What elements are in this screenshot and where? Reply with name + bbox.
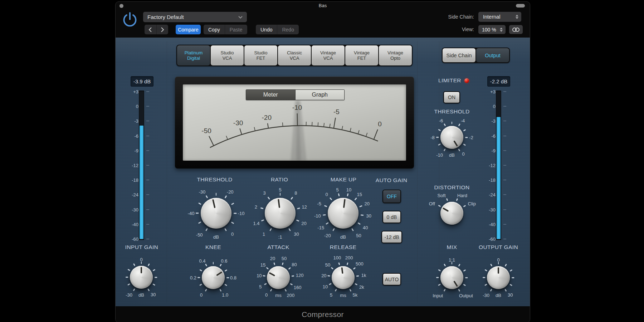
copy-button[interactable]: Copy (204, 25, 225, 34)
view-zoom-stepper[interactable]: 100 % (478, 25, 506, 34)
meter-scale-label: -6 (480, 133, 496, 138)
auto-gain-minus12db-button[interactable]: -12 dB (381, 231, 402, 243)
model-button-vintage-fet[interactable]: VintageFET (345, 45, 378, 65)
vu-meter-panel: -50-30-20-10-50 MeterGraph (175, 77, 414, 169)
meter-scale-label: -40 (480, 221, 496, 227)
meter-tick (146, 194, 149, 195)
limiter-on-button[interactable]: ON (443, 91, 460, 103)
previous-preset-button[interactable] (145, 25, 157, 34)
svg-text:-30: -30 (233, 119, 243, 127)
preset-value: Factory Default (147, 14, 184, 20)
svg-text:-10: -10 (292, 104, 302, 111)
meter-tick (146, 209, 149, 210)
vu-mode-tabs: MeterGraph (246, 89, 345, 100)
knob-pointer (418, 103, 487, 172)
input-gain-knob[interactable]: 0-3030dB (116, 252, 166, 302)
plugin-body: PlatinumDigitalStudioVCAStudioFETClassic… (116, 38, 530, 306)
model-button-vintage-opto[interactable]: VintageOpto (379, 45, 412, 65)
knob-pointer (116, 252, 166, 302)
title-bar: Bas (116, 2, 530, 9)
svg-text:-5: -5 (333, 108, 340, 116)
mix-knob[interactable]: 1:1InputOutput (427, 253, 477, 303)
auto-gain-title: AUTO GAIN (376, 177, 408, 184)
meter-tick (146, 106, 149, 107)
meter-tick (503, 91, 506, 92)
window-resize-handle[interactable] (516, 4, 525, 8)
meter-tick (503, 121, 506, 121)
next-preset-button[interactable] (157, 25, 169, 34)
stepper-icon (516, 15, 518, 19)
input-level-meter: +30-3-6-9-12-18-24-30-40-60 (123, 91, 156, 240)
limiter-threshold-knob[interactable]: -6-4-8-2-100dB (427, 112, 477, 162)
knob-pointer (179, 243, 248, 312)
link-button[interactable] (509, 25, 523, 34)
model-button-classic-vca[interactable]: ClassicVCA (278, 45, 311, 65)
stepper-icon (500, 28, 503, 32)
meter-tick (503, 136, 506, 136)
plugin-name-bar: Compressor (116, 306, 530, 322)
side-chain-value: Internal (483, 14, 500, 20)
release-auto-button[interactable]: AUTO (382, 273, 401, 286)
preset-nav (145, 25, 168, 34)
redo-button[interactable]: Redo (277, 25, 298, 34)
auto-gain-0db-button[interactable]: 0 dB (382, 211, 401, 223)
link-icon (512, 27, 520, 32)
side-chain-select[interactable]: Internal (478, 12, 521, 22)
output-gain-knob[interactable]: 0-3030dB (473, 253, 523, 303)
svg-text:-20: -20 (262, 114, 272, 121)
meter-tick (503, 150, 506, 151)
model-button-studio-vca[interactable]: StudioVCA (211, 45, 244, 65)
meter-fill (497, 117, 501, 239)
tab-side-chain[interactable]: Side Chain (443, 48, 475, 62)
plugin-name: Compressor (302, 310, 343, 319)
knob-pointer (308, 178, 378, 248)
distortion-knob[interactable]: SoftHardOffClip (427, 188, 477, 238)
paste-button[interactable]: Paste (225, 25, 247, 34)
knob-pointer (245, 178, 315, 248)
model-button-platinum-digital[interactable]: PlatinumDigital (177, 45, 210, 65)
threshold-knob[interactable]: -30-20-40-10-500dB (185, 182, 248, 245)
knee-knob[interactable]: 0.40.60.20.801.0 (188, 253, 238, 303)
make-up-knob[interactable]: -20-15-10-505101520304050dB (312, 182, 375, 245)
preset-select[interactable]: Factory Default (143, 12, 247, 22)
model-selector: PlatinumDigitalStudioVCAStudioFETClassic… (176, 45, 413, 66)
plugin-header: Factory Default Compare Copy Paste Undo … (116, 9, 530, 38)
meter-tick (503, 194, 506, 195)
model-button-studio-fet[interactable]: StudioFET (244, 45, 277, 65)
compare-button[interactable]: Compare (176, 25, 201, 34)
tab-output[interactable]: Output (476, 48, 509, 62)
meter-scale-label: -9 (123, 148, 138, 153)
chevron-right-icon (161, 27, 164, 33)
meter-tick (503, 224, 506, 225)
undo-redo-group: Undo Redo (256, 25, 299, 34)
output-gain-title: OUTPUT GAIN (479, 244, 518, 250)
power-icon (122, 11, 138, 28)
vu-tab-meter[interactable]: Meter (246, 90, 295, 100)
meter-scale-label: -3 (123, 118, 138, 124)
meter-tick (146, 136, 149, 136)
panel-divider (417, 41, 418, 303)
meter-scale-label: 0 (480, 104, 496, 109)
meter-scale-label: +3 (480, 89, 496, 94)
meter-tick (146, 150, 149, 151)
ratio-knob[interactable]: 11.42358122030:1 (249, 182, 312, 245)
panel-divider (167, 41, 167, 303)
meter-scale-label: -3 (480, 118, 496, 124)
model-button-vintage-vca[interactable]: VintageVCA (312, 45, 345, 65)
auto-gain-off-button[interactable]: OFF (382, 190, 401, 203)
knob-pointer (315, 250, 371, 306)
meter-track (139, 91, 144, 240)
vu-tab-graph[interactable]: Graph (295, 90, 345, 100)
svg-text:0: 0 (378, 120, 382, 128)
release-knob[interactable]: 51020501002005001k2k5kms (318, 253, 368, 303)
power-button[interactable] (122, 11, 138, 28)
view-zoom-value: 100 % (482, 27, 496, 33)
meter-tick (503, 239, 506, 239)
attack-knob[interactable]: 051015205080120160200ms (253, 253, 303, 303)
meter-tick (146, 239, 149, 239)
undo-button[interactable]: Undo (256, 25, 277, 34)
meter-fill (140, 126, 143, 239)
meter-scale-label: -12 (480, 163, 496, 168)
meter-tick (503, 165, 506, 166)
knob-pointer (473, 253, 523, 303)
